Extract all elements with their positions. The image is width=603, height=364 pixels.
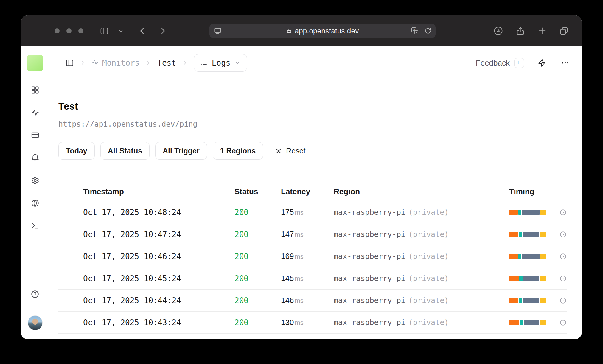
browser-sidebar-toggle[interactable] xyxy=(100,15,109,46)
clock-icon[interactable] xyxy=(560,253,567,260)
user-avatar[interactable] xyxy=(28,315,43,330)
chevron-down-icon xyxy=(118,28,124,34)
close-icon xyxy=(275,147,282,155)
log-timestamp: Oct 17, 2025 10:45:24 xyxy=(83,274,234,283)
timing-segment xyxy=(520,320,523,325)
log-latency: 175ms xyxy=(281,208,334,217)
forward-button[interactable] xyxy=(159,15,167,46)
filter-status[interactable]: All Status xyxy=(100,142,150,160)
column-region[interactable]: Region xyxy=(334,187,509,196)
panel-toggle-icon[interactable] xyxy=(66,59,74,67)
timing-bar xyxy=(509,276,546,281)
timing-segment xyxy=(519,298,522,303)
log-status-code: 200 xyxy=(234,208,281,217)
log-row[interactable]: Oct 17, 2025 10:46:24 200 169ms max-rasp… xyxy=(58,245,567,267)
breadcrumb-monitor-name[interactable]: Test xyxy=(157,58,176,67)
clock-icon[interactable] xyxy=(560,209,567,216)
status-pages-icon[interactable] xyxy=(31,131,39,141)
filter-regions[interactable]: 1 Regions xyxy=(213,142,263,160)
lock-icon xyxy=(286,28,292,34)
log-row[interactable]: Oct 17, 2025 10:43:24 200 130ms max-rasp… xyxy=(58,312,567,334)
log-row[interactable]: Oct 17, 2025 10:45:24 200 145ms max-rasp… xyxy=(58,267,567,290)
log-timestamp: Oct 17, 2025 10:47:24 xyxy=(83,230,234,239)
log-status-code: 200 xyxy=(234,274,281,283)
help-icon[interactable] xyxy=(31,290,39,300)
endpoint-url: https://api.openstatus.dev/ping xyxy=(58,120,567,128)
regions-globe-icon[interactable] xyxy=(31,199,39,209)
timing-segment xyxy=(522,254,540,259)
log-latency: 146ms xyxy=(281,296,334,305)
dashboard-icon[interactable] xyxy=(31,86,39,95)
zoom-button[interactable] xyxy=(78,28,83,33)
header-actions: Feedback F xyxy=(476,58,570,68)
log-status-code: 200 xyxy=(234,318,281,327)
log-timestamp: Oct 17, 2025 10:44:24 xyxy=(83,296,234,305)
toolbar-actions xyxy=(493,15,569,46)
column-timestamp[interactable]: Timestamp xyxy=(83,187,234,196)
app-root: Monitors Test Logs xyxy=(21,46,582,339)
more-options-icon[interactable] xyxy=(561,58,570,67)
filter-bar: Today All Status All Trigger 1 Regions R… xyxy=(58,142,567,160)
tab-overview-icon[interactable] xyxy=(559,26,569,36)
view-selector-button[interactable]: Logs xyxy=(194,54,247,72)
clock-icon[interactable] xyxy=(560,297,567,304)
openstatus-logo[interactable] xyxy=(27,55,43,71)
chevron-right-icon xyxy=(182,60,188,66)
log-timestamp: Oct 17, 2025 10:46:24 xyxy=(83,252,234,261)
log-row[interactable]: Oct 17, 2025 10:48:24 200 175ms max-rasp… xyxy=(58,201,567,223)
log-status-code: 200 xyxy=(234,296,281,305)
app-sidebar xyxy=(21,46,49,339)
log-latency: 130ms xyxy=(281,318,334,327)
timing-segment xyxy=(523,232,539,237)
monitors-icon[interactable] xyxy=(31,108,39,118)
reload-icon[interactable] xyxy=(424,27,432,35)
table-header-row: Timestamp Status Latency Region Timing xyxy=(58,182,567,201)
clock-icon[interactable] xyxy=(560,319,567,326)
notifications-icon[interactable] xyxy=(31,154,39,163)
minimize-button[interactable] xyxy=(66,28,72,33)
timing-segment xyxy=(524,320,539,325)
reset-filters-button[interactable]: Reset xyxy=(275,147,305,155)
sidebar-menu-button[interactable] xyxy=(118,15,124,46)
downloads-icon[interactable] xyxy=(493,26,503,36)
timing-segment xyxy=(509,254,518,259)
sidebar-nav xyxy=(31,86,39,231)
share-icon[interactable] xyxy=(516,26,525,35)
timing-bar xyxy=(509,210,546,215)
timing-segment xyxy=(540,276,546,281)
window-controls xyxy=(55,15,83,46)
timing-segment xyxy=(540,254,546,259)
log-region: max-raspberry-pi(private) xyxy=(334,296,509,305)
back-button[interactable] xyxy=(138,15,146,46)
log-row[interactable]: Oct 17, 2025 10:44:24 200 146ms max-rasp… xyxy=(58,290,567,312)
new-tab-icon[interactable] xyxy=(537,26,547,35)
settings-icon[interactable] xyxy=(31,176,39,186)
filter-date[interactable]: Today xyxy=(58,142,95,160)
log-region: max-raspberry-pi(private) xyxy=(334,230,509,239)
translate-icon[interactable]: A xyxy=(411,27,419,35)
url-text: app.openstatus.dev xyxy=(295,27,359,35)
timing-segment xyxy=(540,298,546,303)
column-timing[interactable]: Timing xyxy=(509,187,560,196)
column-latency[interactable]: Latency xyxy=(281,187,334,196)
log-row[interactable]: Oct 17, 2025 10:47:24 200 147ms max-rasp… xyxy=(58,223,567,245)
terminal-icon[interactable] xyxy=(31,222,39,231)
clock-icon[interactable] xyxy=(560,275,567,282)
address-bar[interactable]: app.openstatus.dev A xyxy=(209,24,436,38)
column-status[interactable]: Status xyxy=(234,187,281,196)
zap-icon[interactable] xyxy=(538,59,546,67)
page-title: Test xyxy=(58,101,567,112)
feedback-shortcut-badge: F xyxy=(514,58,524,68)
feedback-button[interactable]: Feedback xyxy=(476,58,510,68)
timing-segment xyxy=(540,232,546,237)
timing-segment xyxy=(509,232,518,237)
log-latency: 147ms xyxy=(281,230,334,239)
back-icon xyxy=(138,27,146,35)
timing-bar xyxy=(509,298,546,303)
filter-trigger[interactable]: All Trigger xyxy=(155,142,207,160)
logs-table: Timestamp Status Latency Region Timing O… xyxy=(58,182,567,334)
clock-icon[interactable] xyxy=(560,231,567,238)
close-button[interactable] xyxy=(55,28,60,33)
log-status-code: 200 xyxy=(234,252,281,261)
breadcrumb-monitors[interactable]: Monitors xyxy=(92,58,139,67)
